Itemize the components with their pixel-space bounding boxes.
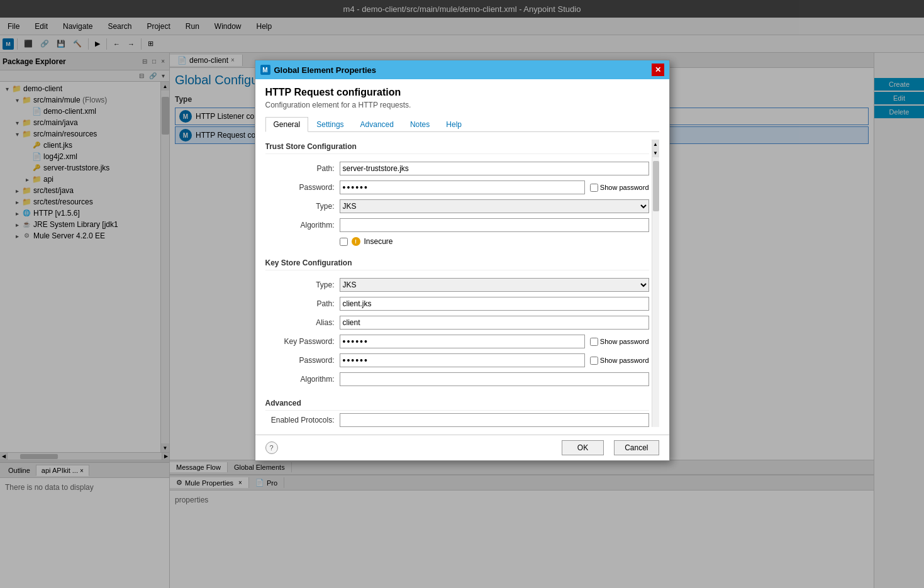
key-store-alias-input[interactable]: [340, 316, 649, 330]
key-store-type-row: Type: JKS PKCS12 JCEKS: [265, 278, 649, 292]
modal-scroll-down-btn[interactable]: ▼: [652, 148, 659, 157]
modal-scroll-area: Trust Store Configuration Path: Password…: [265, 140, 659, 427]
trust-store-password-label: Password:: [265, 183, 335, 192]
modal-scroll-content: Trust Store Configuration Path: Password…: [265, 140, 652, 427]
modal-title-text: Global Element Properties: [274, 65, 377, 75]
trust-store-password-row: Password: Show password: [265, 180, 649, 194]
trust-store-algorithm-input[interactable]: [340, 218, 649, 232]
modal-close-button[interactable]: ✕: [652, 64, 664, 76]
modal-ok-button[interactable]: OK: [562, 440, 604, 455]
modal-scroll-thumb: [653, 161, 659, 211]
key-store-key-password-row: Key Password: Show password: [265, 335, 649, 348]
key-store-show-key-password-checkbox[interactable]: [590, 338, 598, 346]
trust-store-type-row: Type: JKS PKCS12 JCEKS: [265, 199, 649, 213]
enabled-protocols-input[interactable]: [340, 413, 649, 427]
trust-store-algorithm-row: Algorithm:: [265, 218, 649, 232]
key-store-show-key-password-label: Show password: [590, 338, 649, 346]
modal-titlebar-left: M Global Element Properties: [260, 65, 377, 75]
key-store-type-label: Type:: [265, 280, 335, 289]
key-store-alias-label: Alias:: [265, 318, 335, 327]
modal-footer: ? OK Cancel: [255, 435, 669, 460]
enabled-protocols-label: Enabled Protocols:: [265, 416, 335, 424]
trust-store-show-password-label: Show password: [590, 184, 649, 192]
key-store-show-key-password-text: Show password: [600, 338, 649, 345]
trust-store-type-select[interactable]: JKS PKCS12 JCEKS: [340, 199, 649, 213]
key-store-show-password-label: Show password: [590, 357, 649, 365]
key-store-algorithm-input[interactable]: [340, 372, 649, 386]
modal-heading: HTTP Request configuration: [265, 87, 659, 98]
key-store-algorithm-label: Algorithm:: [265, 375, 335, 384]
key-store-password-input[interactable]: [340, 353, 585, 367]
insecure-label: Insecure: [364, 237, 393, 246]
modal-tabs: General Settings Advanced Notes Help: [265, 117, 659, 132]
modal-tab-general[interactable]: General: [265, 117, 309, 132]
insecure-row: ! Insecure: [340, 237, 649, 246]
key-store-key-password-input[interactable]: [340, 335, 585, 348]
trust-store-section-header: Trust Store Configuration: [265, 140, 649, 154]
advanced-section-header: Advanced: [265, 396, 649, 411]
key-store-section-header: Key Store Configuration: [265, 256, 649, 270]
trust-store-password-input[interactable]: [340, 180, 585, 194]
key-store-path-label: Path:: [265, 299, 335, 308]
modal-overlay: M Global Element Properties ✕ HTTP Reque…: [0, 0, 924, 588]
key-store-path-row: Path:: [265, 297, 649, 311]
trust-store-path-row: Path:: [265, 162, 649, 175]
insecure-warning-icon: !: [352, 237, 360, 246]
trust-store-type-label: Type:: [265, 202, 335, 211]
modal-icon: M: [260, 65, 270, 75]
modal-scroll-up-btn[interactable]: ▲: [652, 140, 659, 148]
modal-tab-settings[interactable]: Settings: [308, 117, 352, 131]
key-store-alias-row: Alias:: [265, 316, 649, 330]
modal-titlebar: M Global Element Properties ✕: [255, 60, 669, 79]
insecure-checkbox[interactable]: [340, 238, 348, 246]
modal-subtext: Configuration element for a HTTP request…: [265, 101, 659, 109]
key-store-algorithm-row: Algorithm:: [265, 372, 649, 386]
key-store-type-select[interactable]: JKS PKCS12 JCEKS: [340, 278, 649, 292]
modal-cancel-button[interactable]: Cancel: [614, 440, 659, 455]
trust-store-show-password-text: Show password: [600, 184, 649, 191]
trust-store-path-label: Path:: [265, 164, 335, 173]
key-store-key-password-label: Key Password:: [265, 337, 335, 346]
modal-tab-advanced[interactable]: Advanced: [352, 117, 402, 131]
modal-scrollbar: ▲ ▼: [652, 140, 659, 427]
key-store-path-input[interactable]: [340, 297, 649, 311]
trust-store-algorithm-label: Algorithm:: [265, 221, 335, 230]
global-element-properties-modal: M Global Element Properties ✕ HTTP Reque…: [255, 60, 670, 461]
modal-tab-help[interactable]: Help: [438, 117, 470, 131]
enabled-protocols-row: Enabled Protocols:: [265, 413, 649, 427]
modal-tab-notes[interactable]: Notes: [402, 117, 438, 131]
advanced-section: Advanced Enabled Protocols:: [265, 396, 649, 427]
key-store-show-password-checkbox[interactable]: [590, 357, 598, 365]
modal-body: HTTP Request configuration Configuration…: [255, 79, 669, 435]
key-store-show-password-text: Show password: [600, 357, 649, 364]
modal-form: Trust Store Configuration Path: Password…: [265, 140, 652, 427]
trust-store-show-password-checkbox[interactable]: [590, 184, 598, 192]
trust-store-path-input[interactable]: [340, 162, 649, 175]
key-store-password-row: Password: Show password: [265, 353, 649, 367]
key-store-password-label: Password:: [265, 356, 335, 365]
modal-help-button[interactable]: ?: [265, 441, 278, 454]
